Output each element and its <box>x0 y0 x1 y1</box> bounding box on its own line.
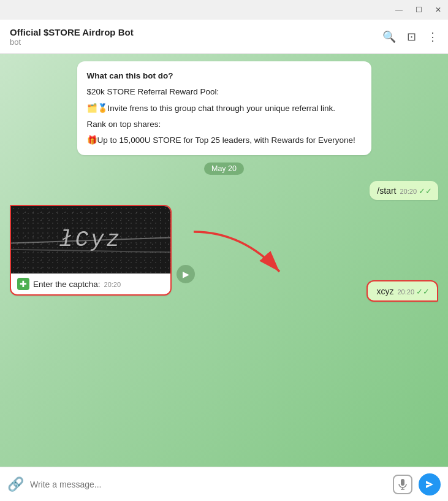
captcha-message: łCyz ✚ Enter the captcha: 20:20 ▶ <box>10 205 172 296</box>
bot-info-line5: 🎁Up to 15,000U STORE for Top 25 leaders,… <box>87 134 362 147</box>
captcha-label: Enter the captcha: <box>33 280 101 289</box>
bot-info-line4: Rank on top shares: <box>87 118 362 131</box>
xcyz-time: 20:20 <box>397 288 414 296</box>
minimize-button[interactable]: — <box>394 5 404 15</box>
date-pill: May 20 <box>204 163 244 175</box>
svg-rect-1 <box>401 479 404 486</box>
message-input[interactable] <box>30 480 387 489</box>
date-divider: May 20 <box>10 163 438 175</box>
send-button[interactable] <box>419 473 441 495</box>
captcha-time: 20:20 <box>104 281 121 288</box>
chat-header: Official $STORE Airdrop Bot bot 🔍 ⊡ ⋮ <box>0 20 448 54</box>
attach-icon[interactable]: 🔗 <box>7 476 24 492</box>
chat-info: Official $STORE Airdrop Bot bot <box>10 27 382 47</box>
red-arrow <box>181 226 292 283</box>
chat-title: Official $STORE Airdrop Bot <box>10 27 382 37</box>
chat-subtitle: bot <box>10 37 382 47</box>
captcha-footer: ✚ Enter the captcha: 20:20 <box>11 273 170 294</box>
xcyz-checks: ✓✓ <box>416 287 430 296</box>
bot-info-line1: What can this bot do? <box>87 70 362 82</box>
captcha-meta: 20:20 <box>104 281 121 288</box>
start-text: /start <box>377 186 396 196</box>
start-meta: 20:20 ✓✓ <box>400 186 432 196</box>
xcyz-meta: 20:20 ✓✓ <box>397 287 430 296</box>
header-actions: 🔍 ⊡ ⋮ <box>382 30 438 44</box>
start-checks: ✓✓ <box>419 186 432 196</box>
captcha-plus-icon: ✚ <box>17 278 29 290</box>
xcyz-bubble: xcyz 20:20 ✓✓ <box>366 280 438 302</box>
message-start: /start 20:20 ✓✓ <box>10 181 438 200</box>
voice-button[interactable] <box>393 475 412 494</box>
xcyz-text: xcyz <box>376 286 393 296</box>
search-icon[interactable]: 🔍 <box>382 30 396 44</box>
bot-info-bubble: What can this bot do? $20k STORE Referra… <box>77 61 371 155</box>
forward-button[interactable]: ▶ <box>177 265 195 283</box>
xcyz-message-wrapper: xcyz 20:20 ✓✓ <box>366 280 438 302</box>
title-bar: — ☐ ✕ <box>0 0 448 20</box>
close-button[interactable]: ✕ <box>433 5 443 15</box>
input-bar: 🔗 <box>0 467 448 501</box>
start-bubble: /start 20:20 ✓✓ <box>370 181 438 200</box>
bot-info-line3: 🗂️🏅Invite frens to this group chat throu… <box>87 102 362 115</box>
bot-info-line2: $20k STORE Referral Reward Pool: <box>87 86 362 98</box>
captcha-image: łCyz <box>11 206 170 273</box>
start-time: 20:20 <box>400 188 417 195</box>
panel-icon[interactable]: ⊡ <box>407 30 416 44</box>
captcha-bubble: łCyz ✚ Enter the captcha: 20:20 <box>10 205 172 296</box>
more-icon[interactable]: ⋮ <box>427 30 438 44</box>
maximize-button[interactable]: ☐ <box>414 5 423 15</box>
chat-area: What can this bot do? $20k STORE Referra… <box>0 54 448 467</box>
